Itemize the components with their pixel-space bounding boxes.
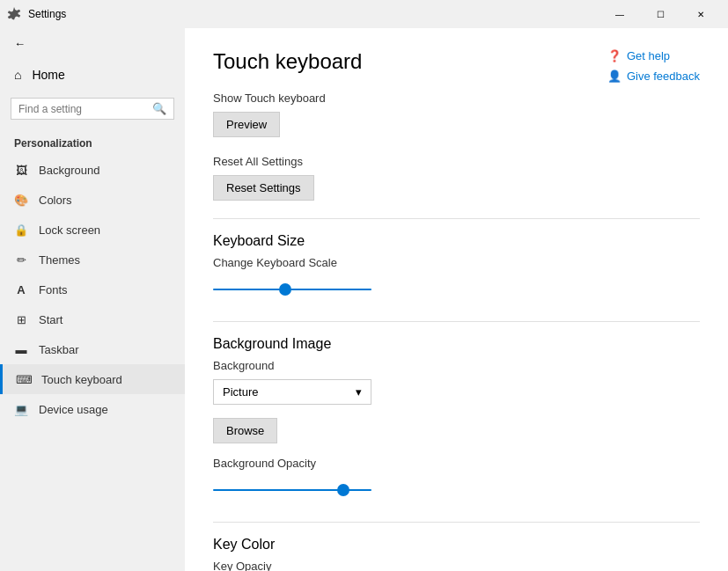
sidebar-item-device-usage[interactable]: 💻 Device usage — [0, 394, 185, 424]
titlebar-controls: — ☐ ✕ — [599, 0, 721, 28]
search-box[interactable]: 🔍 — [11, 98, 174, 120]
sidebar: ← ⌂ Home 🔍 Personalization 🖼 Background … — [0, 28, 185, 571]
keyboard-scale-slider-container — [213, 276, 371, 304]
fonts-icon: A — [14, 282, 28, 296]
sidebar-item-themes[interactable]: ✏ Themes — [0, 245, 185, 275]
sidebar-item-colors-label: Colors — [39, 194, 72, 207]
show-touch-keyboard-section: Show Touch keyboard Preview — [213, 92, 700, 137]
key-color-heading: Key Color — [213, 537, 700, 553]
maximize-button[interactable]: ☐ — [640, 0, 680, 28]
sidebar-item-start-label: Start — [39, 313, 63, 326]
colors-icon: 🎨 — [14, 193, 28, 207]
get-help-label: Get help — [627, 49, 670, 62]
minimize-button[interactable]: — — [599, 0, 640, 28]
sidebar-item-colors[interactable]: 🎨 Colors — [0, 185, 185, 215]
titlebar-title: Settings — [28, 8, 66, 20]
help-links: ❓ Get help 👤 Give feedback — [607, 49, 700, 90]
sidebar-item-touch-keyboard-label: Touch keyboard — [41, 373, 122, 386]
show-touch-keyboard-label: Show Touch keyboard — [213, 92, 700, 105]
search-icon: 🔍 — [152, 102, 166, 115]
reset-settings-button[interactable]: Reset Settings — [213, 175, 314, 201]
background-label: Background — [213, 359, 700, 372]
titlebar-left: Settings — [7, 7, 66, 21]
start-icon: ⊞ — [14, 312, 28, 326]
preview-button[interactable]: Preview — [213, 112, 280, 137]
give-feedback-link[interactable]: 👤 Give feedback — [607, 70, 700, 83]
change-keyboard-scale-label: Change Keyboard Scale — [213, 256, 700, 269]
sidebar-item-start[interactable]: ⊞ Start — [0, 304, 185, 334]
sidebar-item-fonts[interactable]: A Fonts — [0, 275, 185, 304]
divider-3 — [213, 522, 700, 523]
get-help-link[interactable]: ❓ Get help — [607, 49, 700, 62]
sidebar-item-background[interactable]: 🖼 Background — [0, 155, 185, 185]
settings-icon — [7, 7, 21, 21]
content-area: ❓ Get help 👤 Give feedback Touch keyboar… — [185, 28, 728, 571]
bg-opacity-slider[interactable] — [213, 489, 371, 491]
home-label: Home — [32, 68, 64, 82]
back-icon: ← — [14, 37, 26, 50]
reset-all-section: Reset All Settings Reset Settings — [213, 155, 700, 201]
close-button[interactable]: ✕ — [680, 0, 721, 28]
bg-opacity-slider-container — [213, 477, 371, 504]
get-help-icon: ❓ — [607, 49, 621, 62]
sidebar-item-touch-keyboard[interactable]: ⌨ Touch keyboard — [0, 364, 185, 394]
background-image-heading: Background Image — [213, 336, 700, 352]
background-option-label: Picture — [223, 385, 258, 399]
app-body: ← ⌂ Home 🔍 Personalization 🖼 Background … — [0, 28, 728, 571]
sidebar-item-fonts-label: Fonts — [39, 283, 68, 296]
divider-1 — [213, 218, 700, 219]
keyboard-size-section: Keyboard Size Change Keyboard Scale — [213, 233, 700, 304]
search-input[interactable] — [18, 103, 152, 115]
background-opacity-label: Background Opacity — [213, 457, 700, 470]
titlebar: Settings — ☐ ✕ — [0, 0, 728, 28]
keyboard-size-heading: Keyboard Size — [213, 233, 700, 249]
sidebar-item-device-usage-label: Device usage — [39, 403, 108, 416]
background-image-section: Background Image Background Picture ▾ Br… — [213, 336, 700, 504]
sidebar-item-taskbar-label: Taskbar — [39, 343, 79, 356]
chevron-down-icon: ▾ — [356, 385, 362, 399]
feedback-icon: 👤 — [607, 70, 621, 83]
sidebar-item-background-label: Background — [39, 164, 99, 177]
touch-keyboard-icon: ⌨ — [17, 372, 31, 386]
taskbar-icon: ▬ — [14, 342, 28, 356]
background-icon: 🖼 — [14, 163, 28, 177]
feedback-label: Give feedback — [627, 70, 700, 83]
keyboard-scale-slider[interactable] — [213, 289, 371, 290]
key-color-section: Key Color Key Opaciy Suggested Key Color… — [213, 537, 700, 571]
sidebar-item-taskbar[interactable]: ▬ Taskbar — [0, 334, 185, 364]
back-button[interactable]: ← — [0, 28, 185, 59]
background-select[interactable]: Picture ▾ — [213, 379, 371, 405]
themes-icon: ✏ — [14, 253, 28, 267]
lock-icon: 🔒 — [14, 223, 28, 237]
divider-2 — [213, 321, 700, 322]
sidebar-item-lock-label: Lock screen — [39, 223, 100, 237]
home-icon: ⌂ — [14, 68, 21, 82]
sidebar-item-themes-label: Themes — [39, 253, 80, 267]
device-usage-icon: 💻 — [14, 402, 28, 416]
key-opacity-label: Key Opaciy — [213, 560, 700, 571]
reset-all-label: Reset All Settings — [213, 155, 700, 168]
sidebar-item-lock-screen[interactable]: 🔒 Lock screen — [0, 215, 185, 245]
browse-button[interactable]: Browse — [213, 418, 277, 443]
sidebar-home-item[interactable]: ⌂ Home — [0, 59, 185, 91]
section-label: Personalization — [0, 127, 185, 155]
